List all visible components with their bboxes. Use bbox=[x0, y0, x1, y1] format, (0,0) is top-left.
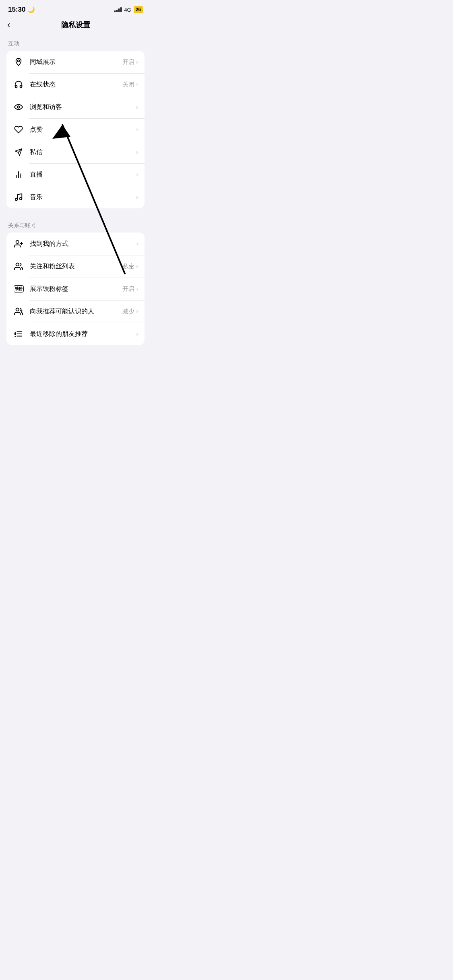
network-label: 4G bbox=[124, 7, 131, 13]
like-label: 点赞 bbox=[30, 126, 134, 134]
live-icon bbox=[13, 170, 24, 179]
follow-fans-value: 私密 bbox=[122, 263, 134, 270]
battery-badge: 26 bbox=[134, 6, 143, 13]
row-message[interactable]: 私信 › bbox=[6, 141, 145, 163]
svg-point-17 bbox=[14, 334, 16, 335]
message-chevron: › bbox=[136, 148, 138, 156]
recent-removed-label: 最近移除的朋友推荐 bbox=[30, 330, 134, 338]
iron-fan-label: 展示铁粉标签 bbox=[30, 285, 122, 293]
recent-removed-chevron: › bbox=[136, 330, 138, 338]
iron-fan-value: 开启 bbox=[122, 285, 134, 293]
message-label: 私信 bbox=[30, 148, 134, 156]
recent-removed-icon bbox=[13, 329, 24, 338]
heart-icon bbox=[13, 125, 24, 134]
svg-point-13 bbox=[16, 308, 19, 311]
row-tongcheng[interactable]: 同城展示 开启 › bbox=[6, 51, 145, 73]
browse-visitor-label: 浏览和访客 bbox=[30, 103, 134, 111]
eye-icon bbox=[13, 103, 24, 111]
section-label-relation: 关系与账号 bbox=[0, 216, 151, 233]
send-icon bbox=[13, 148, 24, 156]
tongcheng-label: 同城展示 bbox=[30, 58, 122, 66]
row-iron-fan[interactable]: 铁粉 展示铁粉标签 开启 › bbox=[6, 278, 145, 300]
tongcheng-chevron: › bbox=[136, 58, 138, 66]
svg-point-0 bbox=[18, 60, 20, 62]
svg-point-9 bbox=[16, 241, 19, 243]
headphone-icon bbox=[13, 80, 24, 89]
location-icon bbox=[13, 58, 24, 66]
nav-bar: ‹ 隐私设置 bbox=[0, 16, 151, 35]
svg-point-7 bbox=[15, 198, 18, 201]
online-status-chevron: › bbox=[136, 81, 138, 88]
row-live[interactable]: 直播 › bbox=[6, 163, 145, 186]
status-time: 15:30 🌙 bbox=[8, 6, 35, 14]
section-label-interaction: 互动 bbox=[0, 35, 151, 51]
live-chevron: › bbox=[136, 171, 138, 178]
find-me-chevron: › bbox=[136, 240, 138, 247]
moon-icon: 🌙 bbox=[27, 6, 35, 13]
iron-fan-chevron: › bbox=[136, 285, 138, 292]
row-online-status[interactable]: 在线状态 关闭 › bbox=[6, 73, 145, 96]
find-me-label: 找到我的方式 bbox=[30, 240, 134, 248]
tongcheng-value: 开启 bbox=[122, 58, 134, 66]
music-label: 音乐 bbox=[30, 193, 134, 202]
row-recommend[interactable]: 向我推荐可能认识的人 减少 › bbox=[6, 300, 145, 323]
svg-point-12 bbox=[16, 263, 19, 266]
row-music[interactable]: 音乐 › bbox=[6, 186, 145, 208]
svg-point-8 bbox=[20, 198, 22, 200]
row-follow-fans[interactable]: 关注和粉丝列表 私密 › bbox=[6, 255, 145, 278]
music-chevron: › bbox=[136, 194, 138, 201]
follow-icon bbox=[13, 262, 24, 271]
follow-fans-chevron: › bbox=[136, 263, 138, 270]
recommend-value: 减少 bbox=[122, 308, 134, 315]
page-title: 隐私设置 bbox=[61, 20, 90, 30]
row-browse-visitor[interactable]: 浏览和访客 › bbox=[6, 96, 145, 118]
follow-fans-label: 关注和粉丝列表 bbox=[30, 262, 122, 271]
status-right: 4G 26 bbox=[114, 6, 143, 13]
live-label: 直播 bbox=[30, 171, 134, 179]
music-icon bbox=[13, 193, 24, 202]
row-like[interactable]: 点赞 › bbox=[6, 118, 145, 141]
status-bar: 15:30 🌙 4G 26 bbox=[0, 0, 151, 16]
row-recent-removed[interactable]: 最近移除的朋友推荐 › bbox=[6, 323, 145, 345]
recommend-label: 向我推荐可能认识的人 bbox=[30, 307, 122, 316]
relation-card: 找到我的方式 › 关注和粉丝列表 私密 › 铁粉 展示铁粉标签 开启 › bbox=[6, 233, 145, 345]
ironfan-icon: 铁粉 bbox=[13, 285, 24, 292]
row-find-me[interactable]: 找到我的方式 › bbox=[6, 233, 145, 255]
recommend-chevron: › bbox=[136, 308, 138, 315]
recommend-icon bbox=[13, 307, 24, 316]
find-icon bbox=[13, 239, 24, 248]
online-status-label: 在线状态 bbox=[30, 80, 122, 89]
browse-visitor-chevron: › bbox=[136, 103, 138, 111]
svg-point-1 bbox=[17, 106, 20, 108]
like-chevron: › bbox=[136, 126, 138, 133]
back-button[interactable]: ‹ bbox=[7, 20, 10, 30]
online-status-value: 关闭 bbox=[122, 81, 134, 89]
signal-icon bbox=[114, 7, 122, 12]
time-label: 15:30 bbox=[8, 6, 25, 14]
interaction-card: 同城展示 开启 › 在线状态 关闭 › 浏览和访客 › bbox=[6, 51, 145, 208]
